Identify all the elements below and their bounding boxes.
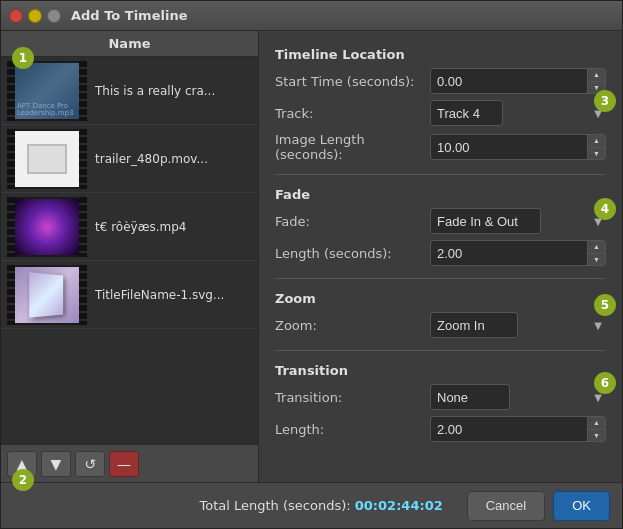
thumb-image-2	[15, 131, 79, 187]
image-length-input[interactable]	[430, 134, 606, 160]
file-list-header: Name	[1, 31, 258, 57]
track-select[interactable]: Track 1 Track 2 Track 3 Track 4 Track 5	[430, 100, 503, 126]
zoom-row: Zoom: None Zoom In Zoom Out ▼	[275, 312, 606, 338]
zoom-select[interactable]: None Zoom In Zoom Out	[430, 312, 518, 338]
cancel-button[interactable]: Cancel	[467, 491, 545, 521]
file-name: TitleFileName-1.svg...	[95, 288, 252, 302]
transition-length-down[interactable]: ▼	[587, 430, 605, 442]
up-icon: ▲	[17, 456, 28, 472]
zoom-title: Zoom	[275, 291, 606, 306]
transition-length-input[interactable]	[430, 416, 606, 442]
file-name: t€ rôèÿæs.mp4	[95, 220, 252, 234]
move-up-button[interactable]: ▲	[7, 451, 37, 477]
zoom-select-arrow: ▼	[594, 320, 602, 331]
thumbnail: APT Dance Pro Leadership.mp3	[7, 61, 87, 121]
thumb-image-3	[15, 199, 79, 255]
fade-length-spinner-buttons: ▲ ▼	[587, 241, 605, 265]
remove-icon: —	[117, 456, 131, 472]
fade-length-input[interactable]	[430, 240, 606, 266]
image-length-up[interactable]: ▲	[587, 135, 605, 148]
image-length-down[interactable]: ▼	[587, 148, 605, 160]
total-length-value: 00:02:44:02	[355, 498, 443, 513]
left-panel: Name APT Dance Pro Leadership.mp3 This i…	[1, 31, 259, 482]
timeline-location-title: Timeline Location	[275, 47, 606, 62]
zoom-select-wrap: None Zoom In Zoom Out ▼	[430, 312, 606, 338]
list-item[interactable]: TitleFileName-1.svg...	[1, 261, 258, 329]
fade-length-down[interactable]: ▼	[587, 254, 605, 266]
fade-select-arrow: ▼	[594, 216, 602, 227]
start-time-input[interactable]	[430, 68, 606, 94]
zoom-label: Zoom:	[275, 318, 430, 333]
separator-1	[275, 174, 606, 175]
image-length-spinner[interactable]: ▲ ▼	[430, 134, 606, 160]
titlebar-buttons[interactable]	[9, 9, 61, 23]
maximize-button[interactable]	[47, 9, 61, 23]
ok-button[interactable]: OK	[553, 491, 610, 521]
transition-title: Transition	[275, 363, 606, 378]
separator-3	[275, 350, 606, 351]
start-time-up[interactable]: ▲	[587, 69, 605, 82]
fade-select-wrap: None Fade In Fade Out Fade In & Out ▼	[430, 208, 606, 234]
transition-length-label: Length:	[275, 422, 430, 437]
bottom-bar: Total Length (seconds): 00:02:44:02 Canc…	[1, 482, 622, 528]
thumb-image-1: APT Dance Pro Leadership.mp3	[15, 63, 79, 119]
fade-length-spinner[interactable]: ▲ ▼	[430, 240, 606, 266]
left-toolbar: ▲ ▼ ↺ —	[1, 444, 258, 482]
start-time-spinner[interactable]: ▲ ▼	[430, 68, 606, 94]
window-title: Add To Timeline	[71, 8, 187, 23]
start-time-down[interactable]: ▼	[587, 82, 605, 94]
fade-length-row: Length (seconds): ▲ ▼	[275, 240, 606, 266]
remove-button[interactable]: —	[109, 451, 139, 477]
start-time-label: Start Time (seconds):	[275, 74, 430, 89]
transition-length-spinner-buttons: ▲ ▼	[587, 417, 605, 441]
transition-label: Transition:	[275, 390, 430, 405]
thumb-image-4	[15, 267, 79, 323]
total-length-label: Total Length (seconds): 00:02:44:02	[13, 498, 443, 513]
fade-select[interactable]: None Fade In Fade Out Fade In & Out	[430, 208, 541, 234]
list-item[interactable]: trailer_480p.mov...	[1, 125, 258, 193]
start-time-row: Start Time (seconds): ▲ ▼	[275, 68, 606, 94]
fade-length-label: Length (seconds):	[275, 246, 430, 261]
thumbnail	[7, 265, 87, 325]
fade-title: Fade	[275, 187, 606, 202]
start-time-spinner-buttons: ▲ ▼	[587, 69, 605, 93]
thumbnail	[7, 129, 87, 189]
file-list: APT Dance Pro Leadership.mp3 This is a r…	[1, 57, 258, 444]
fade-label: Fade:	[275, 214, 430, 229]
transition-length-spinner[interactable]: ▲ ▼	[430, 416, 606, 442]
fade-length-up[interactable]: ▲	[587, 241, 605, 254]
fade-row: Fade: None Fade In Fade Out Fade In & Ou…	[275, 208, 606, 234]
transition-select-wrap: None Fade Dissolve Wipe ▼	[430, 384, 606, 410]
image-length-row: Image Length (seconds): ▲ ▼	[275, 132, 606, 162]
track-select-wrap: Track 1 Track 2 Track 3 Track 4 Track 5 …	[430, 100, 606, 126]
transition-row: Transition: None Fade Dissolve Wipe ▼	[275, 384, 606, 410]
titlebar: Add To Timeline	[1, 1, 622, 31]
image-length-spinner-buttons: ▲ ▼	[587, 135, 605, 159]
transition-length-row: Length: ▲ ▼	[275, 416, 606, 442]
list-item[interactable]: APT Dance Pro Leadership.mp3 This is a r…	[1, 57, 258, 125]
track-select-arrow: ▼	[594, 108, 602, 119]
track-label: Track:	[275, 106, 430, 121]
refresh-icon: ↺	[84, 456, 96, 472]
move-down-button[interactable]: ▼	[41, 451, 71, 477]
refresh-button[interactable]: ↺	[75, 451, 105, 477]
file-name: trailer_480p.mov...	[95, 152, 252, 166]
image-length-label: Image Length (seconds):	[275, 132, 430, 162]
separator-2	[275, 278, 606, 279]
transition-select-arrow: ▼	[594, 392, 602, 403]
down-icon: ▼	[51, 456, 62, 472]
right-panel: Timeline Location Start Time (seconds): …	[259, 31, 622, 482]
main-content: Name APT Dance Pro Leadership.mp3 This i…	[1, 31, 622, 482]
file-name: This is a really cra...	[95, 84, 252, 98]
transition-select[interactable]: None Fade Dissolve Wipe	[430, 384, 510, 410]
track-row: Track: Track 1 Track 2 Track 3 Track 4 T…	[275, 100, 606, 126]
thumbnail	[7, 197, 87, 257]
list-item[interactable]: t€ rôèÿæs.mp4	[1, 193, 258, 261]
minimize-button[interactable]	[28, 9, 42, 23]
close-button[interactable]	[9, 9, 23, 23]
transition-length-up[interactable]: ▲	[587, 417, 605, 430]
